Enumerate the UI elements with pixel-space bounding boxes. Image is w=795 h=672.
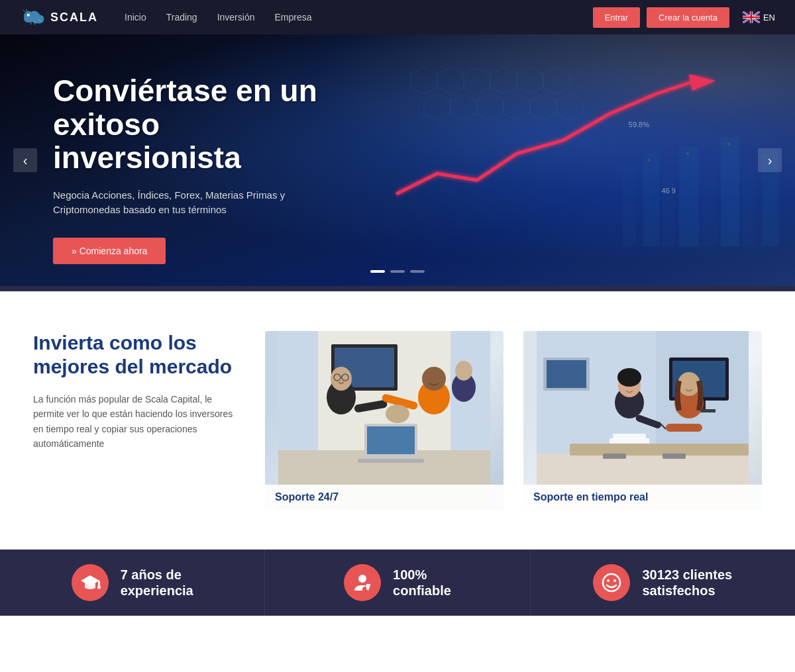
svg-rect-18 [679,147,699,246]
feature-caption-text-1: Soporte 24/7 [275,491,339,503]
features-section: Invierta como los mejores del mercado La… [0,291,795,550]
svg-marker-12 [504,94,530,120]
svg-point-43 [386,405,409,423]
nav-links: Inicio Trading Inversión Empresa [125,12,593,23]
stat-clients: 30123 clientes satisfechos [531,550,795,616]
carousel-prev-button[interactable]: ‹ [13,148,37,172]
features-text-block: Invierta como los mejores del mercado La… [33,331,245,452]
stat-experience: 7 años de experiencia [0,550,265,616]
hero-subtitle: Negocia Acciones, Índices, Forex, Materi… [53,188,331,218]
svg-marker-73 [366,584,370,591]
trust-icon [352,572,373,593]
carousel-next-button[interactable]: › [758,148,782,172]
svg-point-23 [648,159,651,162]
navbar-actions: Entrar Crear la cuenta EN [593,7,775,28]
section-separator [0,286,795,291]
svg-rect-15 [623,167,636,246]
navbar: SCALA Inicio Trading Inversión Empresa E… [0,0,795,34]
svg-point-76 [613,579,616,582]
svg-rect-66 [547,360,586,388]
hero-title: Conviértase en un exitoso inversionista [53,74,344,175]
svg-marker-13 [530,94,556,120]
nav-inversion[interactable]: Inversión [217,12,255,23]
svg-marker-9 [424,94,450,120]
graduation-icon [80,572,101,593]
svg-point-71 [97,586,101,589]
feature-card-1-image [265,331,504,510]
svg-rect-64 [666,424,702,432]
svg-point-0 [27,14,30,17]
entrar-button[interactable]: Entrar [593,7,640,28]
svg-point-74 [603,574,620,591]
carousel-dot-3[interactable] [410,270,425,273]
stat-text-clients: 30123 clientes satisfechos [642,567,732,599]
feature-caption-1: Soporte 24/7 [265,485,504,510]
svg-marker-4 [437,68,464,94]
svg-marker-5 [464,68,490,94]
svg-rect-60 [610,438,649,444]
svg-rect-21 [742,167,755,246]
logo-text: SCALA [50,11,98,24]
logo[interactable]: SCALA [20,7,98,28]
hero-section: 59.8% 46 9 Conviértase en un exitoso inv… [0,34,795,286]
uk-flag-icon [743,11,760,23]
svg-rect-19 [702,160,717,246]
svg-rect-39 [358,459,424,463]
svg-point-41 [422,367,446,391]
svg-point-72 [358,575,366,583]
stat-trusted: 100% confiable [265,550,530,616]
svg-rect-16 [643,154,659,246]
features-description: La función más popular de Scala Capital,… [33,392,245,452]
nav-inicio[interactable]: Inicio [125,12,146,23]
smiley-icon [601,572,622,593]
svg-rect-54 [570,444,749,456]
svg-point-45 [455,361,472,381]
chart-label-1: 59.8% [629,120,649,128]
hero-content: Conviértase en un exitoso inversionista … [0,34,398,286]
svg-point-24 [686,152,689,155]
meeting-illustration [523,331,762,510]
lang-label: EN [763,13,775,23]
crear-cuenta-button[interactable]: Crear la cuenta [647,7,729,28]
chart-label-2: 46 9 [662,187,676,195]
svg-marker-3 [411,68,437,94]
svg-marker-11 [477,94,504,120]
feature-card-support247: Soporte 24/7 [265,331,504,510]
language-selector[interactable]: EN [743,11,775,23]
logo-icon [20,7,46,28]
svg-rect-61 [613,434,646,439]
stat-icon-circle-2 [344,564,381,601]
svg-point-57 [617,368,641,387]
svg-point-25 [727,142,730,145]
svg-marker-14 [556,94,583,120]
svg-point-75 [607,579,610,582]
nav-trading[interactable]: Trading [166,12,197,23]
feature-caption-2: Soporte en tiempo real [523,485,762,510]
svg-rect-67 [603,454,626,459]
stat-icon-circle-3 [593,564,630,601]
stat-text-trusted: 100% confiable [393,567,451,599]
handshake-illustration [265,331,504,510]
svg-marker-6 [490,68,517,94]
cta-button[interactable]: » Comienza ahora [53,238,166,264]
svg-marker-10 [450,94,477,120]
svg-rect-68 [662,454,686,459]
feature-card-2-image [523,331,762,510]
feature-caption-text-2: Soporte en tiempo real [533,491,648,503]
stat-icon-circle-1 [72,564,109,601]
svg-marker-7 [517,68,543,94]
hero-world-bg [358,34,795,286]
features-title: Invierta como los mejores del mercado [33,331,245,379]
nav-empresa[interactable]: Empresa [274,12,311,23]
stat-text-experience: 7 años de experiencia [121,567,193,599]
svg-rect-17 [662,173,674,246]
svg-point-63 [678,372,700,396]
svg-rect-38 [367,426,415,454]
feature-card-realtime: Soporte en tiempo real [523,331,762,510]
stats-section: 7 años de experiencia 100% confiable [0,550,795,616]
svg-rect-20 [721,137,739,246]
svg-marker-8 [543,68,570,94]
